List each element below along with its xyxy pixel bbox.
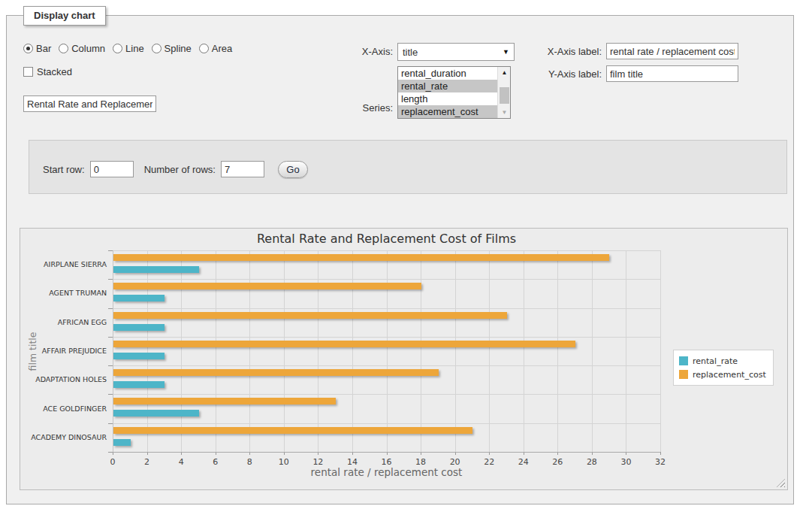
scroll-up-icon[interactable]: ▲ xyxy=(498,67,511,78)
gridline-v xyxy=(216,250,216,452)
checkbox-icon xyxy=(23,67,33,77)
bar-replacement_cost[interactable] xyxy=(113,341,575,347)
x-axis-label-label: X-Axis label: xyxy=(527,46,602,57)
gridline-v xyxy=(592,250,593,452)
chart-type-radio-line[interactable]: Line xyxy=(113,43,144,54)
series-options: rental_durationrental_ratelengthreplacem… xyxy=(398,67,510,118)
radio-label: Column xyxy=(71,43,105,54)
start-row-input[interactable] xyxy=(90,161,134,177)
chart-y-axis-title: film title xyxy=(27,265,38,438)
gridline-v xyxy=(352,250,353,452)
row-params-box: Start row: Number of rows: Go xyxy=(29,140,787,194)
chart-type-radio-spline[interactable]: Spline xyxy=(152,43,192,54)
chart-type-radiogroup: BarColumnLineSplineArea xyxy=(23,43,240,56)
gridline-v xyxy=(318,250,318,452)
series-option-length[interactable]: length xyxy=(398,92,510,105)
bar-replacement_cost[interactable] xyxy=(113,398,336,404)
legend-label: replacement_cost xyxy=(693,370,766,380)
gridline-v xyxy=(524,250,524,452)
chart-legend: rental_ratereplacement_cost xyxy=(673,350,774,386)
legend-label: rental_rate xyxy=(693,356,738,366)
start-row-label: Start row: xyxy=(43,164,85,175)
x-tick xyxy=(660,452,661,455)
gridline-h xyxy=(113,337,660,338)
gridline-v xyxy=(249,250,250,452)
stacked-checkbox[interactable]: Stacked xyxy=(23,66,72,77)
series-option-rental_rate[interactable]: rental_rate xyxy=(398,80,510,92)
series-select-label: Series: xyxy=(324,102,393,114)
bar-rental_rate[interactable] xyxy=(113,410,199,417)
gridline-h xyxy=(113,250,660,251)
radio-label: Spline xyxy=(165,43,192,54)
gridline-v xyxy=(660,250,661,452)
bar-rental_rate[interactable] xyxy=(113,439,131,446)
gridline-h xyxy=(113,394,660,395)
radio-icon xyxy=(59,44,68,53)
y-axis-label-input[interactable] xyxy=(606,65,738,82)
bar-replacement_cost[interactable] xyxy=(113,369,439,376)
resize-handle-icon[interactable] xyxy=(777,479,785,487)
radio-label: Area xyxy=(212,43,232,54)
gridline-v xyxy=(284,250,285,452)
bar-rental_rate[interactable] xyxy=(113,266,199,273)
display-chart-fieldset: Display chart BarColumnLineSplineArea St… xyxy=(6,15,794,504)
num-rows-input[interactable] xyxy=(221,161,264,177)
chart-x-axis-title: rental rate / replacement cost xyxy=(113,466,660,478)
bar-replacement_cost[interactable] xyxy=(113,312,507,319)
bar-replacement_cost[interactable] xyxy=(113,254,609,261)
chart-type-radio-area[interactable]: Area xyxy=(199,43,232,54)
y-axis-label-label: Y-Axis label: xyxy=(527,68,602,80)
gridline-v xyxy=(421,250,421,452)
series-listbox[interactable]: rental_durationrental_ratelengthreplacem… xyxy=(397,66,511,119)
scrollbar-thumb[interactable] xyxy=(500,87,509,104)
gridline-v xyxy=(626,250,626,452)
dropdown-arrow-icon: ▼ xyxy=(503,48,509,56)
series-option-replacement_cost[interactable]: replacement_cost xyxy=(398,105,510,118)
bar-rental_rate[interactable] xyxy=(113,324,165,331)
x-axis-line xyxy=(113,452,660,453)
x-axis-selected-value: title xyxy=(403,47,503,58)
go-button[interactable]: Go xyxy=(278,161,308,178)
legend-item-replacement_cost[interactable]: replacement_cost xyxy=(679,368,766,381)
bar-replacement_cost[interactable] xyxy=(113,283,421,289)
y-axis-line xyxy=(113,250,113,452)
x-axis-select[interactable]: title ▼ xyxy=(397,43,515,61)
series-option-rental_duration[interactable]: rental_duration xyxy=(398,67,510,80)
x-axis-label-input[interactable] xyxy=(606,43,738,59)
gridline-v xyxy=(455,250,456,452)
legend-swatch-icon xyxy=(679,370,688,379)
num-rows-label: Number of rows: xyxy=(144,164,216,175)
x-axis-select-label: X-Axis: xyxy=(324,46,393,57)
chart-type-radio-bar[interactable]: Bar xyxy=(23,43,51,54)
radio-icon xyxy=(23,44,33,53)
gridline-h xyxy=(113,423,660,424)
bar-rental_rate[interactable] xyxy=(113,353,165,359)
radio-icon xyxy=(113,44,122,53)
gridline-h xyxy=(113,279,660,280)
series-scrollbar[interactable]: ▲ ▼ xyxy=(497,67,510,118)
gridline-v xyxy=(147,250,148,452)
bar-rental_rate[interactable] xyxy=(113,381,165,388)
bar-replacement_cost[interactable] xyxy=(113,427,472,434)
chart-title-input[interactable] xyxy=(23,95,156,112)
scroll-down-icon[interactable]: ▼ xyxy=(498,107,511,118)
radio-label: Bar xyxy=(36,43,51,54)
chart-type-radio-column[interactable]: Column xyxy=(59,43,105,54)
bar-rental_rate[interactable] xyxy=(113,295,165,301)
legend-swatch-icon xyxy=(679,356,688,365)
gridline-h xyxy=(113,308,660,309)
radio-label: Line xyxy=(125,43,144,54)
radio-icon xyxy=(199,44,209,53)
radio-icon xyxy=(152,44,161,53)
gridline-v xyxy=(181,250,182,452)
legend-item-rental_rate[interactable]: rental_rate xyxy=(679,354,766,368)
gridline-v xyxy=(557,250,558,452)
gridline-v xyxy=(387,250,388,452)
chart-title: Rental Rate and Replacement Cost of Film… xyxy=(113,232,660,246)
chart-container: Rental Rate and Replacement Cost of Film… xyxy=(20,228,788,490)
gridline-h xyxy=(113,365,660,366)
fieldset-legend: Display chart xyxy=(23,6,106,26)
gridline-v xyxy=(489,250,490,452)
stacked-label: Stacked xyxy=(37,66,72,77)
